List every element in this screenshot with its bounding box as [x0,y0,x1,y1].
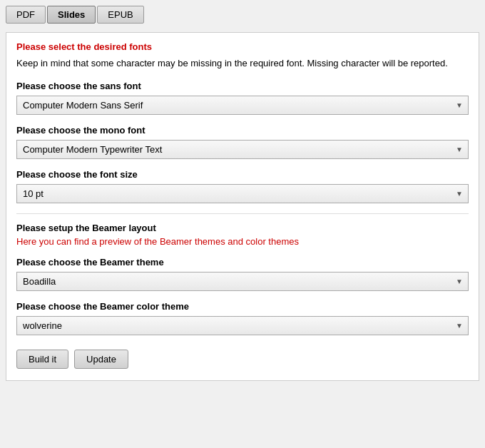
sans-font-select[interactable]: Computer Modern Sans SerifHelveticaArial… [16,96,469,115]
divider [16,213,469,214]
beamer-color-label: Please choose the Beamer color theme [16,301,469,312]
mono-font-select-wrapper: Computer Modern Typewriter TextCourierDe… [16,140,469,159]
beamer-color-select[interactable]: wolverinealbatrossbeaverbeetlecranedefau… [16,316,469,335]
font-size-label: Please choose the font size [16,169,469,180]
main-container: PDF Slides EPUB Please select the desire… [0,0,485,390]
update-button[interactable]: Update [74,350,128,369]
fonts-section-title: Please select the desired fonts [16,41,469,52]
tab-epub[interactable]: EPUB [97,6,143,24]
tab-slides[interactable]: Slides [47,6,96,24]
build-button[interactable]: Build it [16,350,68,369]
font-size-select-wrapper: 8 pt9 pt10 pt11 pt12 pt14 pt [16,184,469,203]
sans-font-label: Please choose the sans font [16,81,469,91]
mono-font-select[interactable]: Computer Modern Typewriter TextCourierDe… [16,140,469,159]
beamer-section-title: Please setup the Beamer layout [16,223,469,233]
tab-pdf[interactable]: PDF [6,6,46,24]
tab-bar: PDF Slides EPUB [6,6,479,24]
mono-font-group: Please choose the mono font Computer Mod… [16,125,469,159]
beamer-color-select-wrapper: wolverinealbatrossbeaverbeetlecranedefau… [16,316,469,335]
font-size-select[interactable]: 8 pt9 pt10 pt11 pt12 pt14 pt [16,184,469,203]
beamer-theme-select-wrapper: BoadillaBerlinWarsawMadridFrankfurtCambr… [16,272,469,291]
beamer-preview-link[interactable]: Here you can find a preview of the Beame… [16,236,469,247]
sans-font-group: Please choose the sans font Computer Mod… [16,81,469,115]
sans-font-select-wrapper: Computer Modern Sans SerifHelveticaArial… [16,96,469,115]
beamer-theme-label: Please choose the Beamer theme [16,257,469,268]
content-area: Please select the desired fonts Keep in … [6,32,479,381]
beamer-theme-group: Please choose the Beamer theme BoadillaB… [16,257,469,291]
mono-font-label: Please choose the mono font [16,125,469,136]
beamer-theme-select[interactable]: BoadillaBerlinWarsawMadridFrankfurtCambr… [16,272,469,291]
button-row: Build it Update [16,350,469,369]
fonts-description: Keep in mind that some character may be … [16,56,469,71]
font-size-group: Please choose the font size 8 pt9 pt10 p… [16,169,469,203]
beamer-color-group: Please choose the Beamer color theme wol… [16,301,469,335]
